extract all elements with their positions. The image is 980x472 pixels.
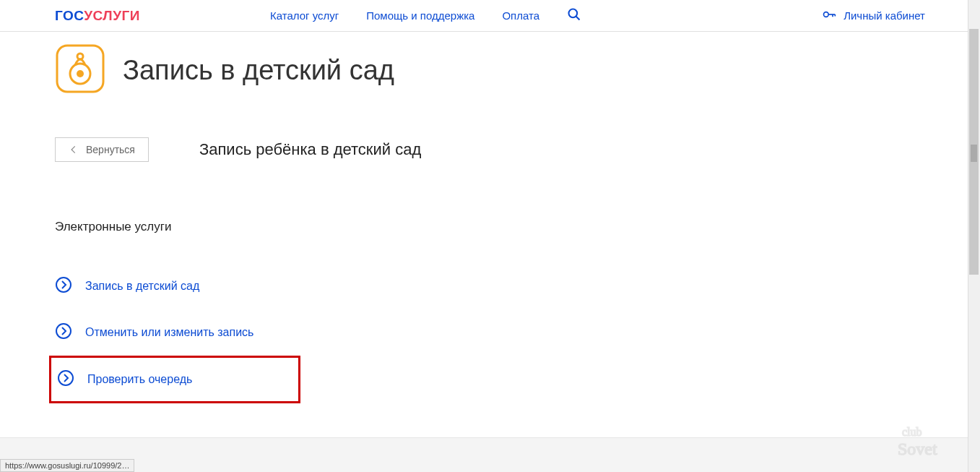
- chevron-left-icon: [69, 145, 79, 155]
- svg-line-1: [576, 16, 580, 20]
- main-nav: Каталог услуг Помощь и поддержка Оплата: [270, 7, 581, 25]
- svg-point-2: [824, 12, 829, 17]
- service-label: Проверить очередь: [87, 373, 192, 386]
- page-title: Запись в детский сад: [123, 55, 394, 86]
- pacifier-icon: [55, 43, 105, 97]
- service-cancel[interactable]: Отменить или изменить запись: [55, 309, 925, 356]
- svg-point-11: [56, 324, 71, 338]
- logo[interactable]: ГОСУСЛУГИ: [55, 8, 140, 24]
- cabinet-label: Личный кабинет: [844, 9, 925, 22]
- svg-point-8: [77, 70, 84, 77]
- back-button[interactable]: Вернуться: [55, 137, 149, 162]
- service-label: Отменить или изменить запись: [85, 326, 253, 339]
- svg-point-12: [58, 371, 73, 385]
- circle-arrow-icon: [55, 322, 72, 343]
- svg-text:Sovet: Sovet: [898, 439, 937, 458]
- nav-help[interactable]: Помощь и поддержка: [366, 9, 474, 22]
- scrollbar-nub: [971, 145, 977, 162]
- service-label: Запись в детский сад: [85, 280, 199, 293]
- header: ГОСУСЛУГИ Каталог услуг Помощь и поддерж…: [0, 0, 980, 32]
- cabinet-link[interactable]: Личный кабинет: [822, 7, 925, 24]
- svg-text:club: club: [902, 426, 922, 438]
- logo-uslugi: УСЛУГИ: [84, 8, 140, 23]
- subtitle-row: Вернуться Запись ребёнка в детский сад: [55, 137, 925, 162]
- content: Запись в детский сад Вернуться Запись ре…: [0, 43, 980, 403]
- nav-payment[interactable]: Оплата: [502, 9, 539, 22]
- status-bar: https://www.gosuslugi.ru/10999/2…: [0, 459, 134, 472]
- nav-catalog[interactable]: Каталог услуг: [270, 9, 339, 22]
- section-label: Электронные услуги: [55, 220, 925, 234]
- circle-arrow-icon: [57, 369, 74, 390]
- svg-point-9: [77, 53, 83, 59]
- service-enroll[interactable]: Запись в детский сад: [55, 263, 925, 309]
- scrollbar[interactable]: [968, 0, 980, 472]
- watermark: club Sovet: [896, 420, 961, 466]
- subtitle: Запись ребёнка в детский сад: [199, 140, 421, 159]
- footer-area: [0, 437, 980, 472]
- service-list: Запись в детский сад Отменить или измени…: [55, 263, 925, 403]
- key-icon: [822, 7, 836, 24]
- highlight-box: Проверить очередь: [49, 356, 300, 403]
- logo-gos: ГОС: [55, 8, 84, 23]
- back-label: Вернуться: [86, 144, 135, 155]
- service-check[interactable]: Проверить очередь: [51, 359, 292, 400]
- svg-point-0: [569, 9, 578, 17]
- search-icon[interactable]: [567, 7, 581, 25]
- title-row: Запись в детский сад: [55, 43, 925, 97]
- circle-arrow-icon: [55, 276, 72, 296]
- svg-point-10: [56, 278, 71, 292]
